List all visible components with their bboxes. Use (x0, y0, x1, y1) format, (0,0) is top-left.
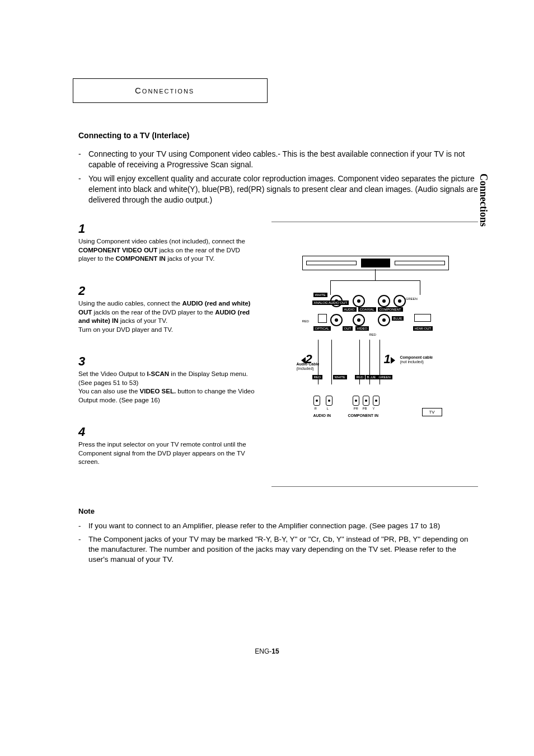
step-1: 1 Using Component video cables (not incl… (78, 222, 255, 264)
diagram-column: WHITE ANALOG AUDIO OUT AUDIO COAXIAL COM… (271, 222, 478, 486)
step-number: 4 (78, 425, 255, 439)
dash-icon: - (78, 534, 88, 565)
audio-jack (330, 314, 343, 326)
step-bold: VIDEO SEL. (140, 388, 176, 395)
cable-line (380, 340, 380, 384)
columns: 1 Using Component video cables (not incl… (78, 222, 478, 486)
step-number: 1 (78, 222, 255, 236)
step-bold: COMPONENT VIDEO OUT (78, 247, 157, 253)
step-bold: I-SCAN (147, 370, 170, 377)
section-header-box: Connections (73, 78, 268, 103)
step-text: You can also use the (78, 388, 140, 395)
dvd-player-front (302, 256, 449, 270)
step-text: Using Component video cables (not includ… (78, 238, 245, 245)
intro-item: - You will enjoy excellent quality and a… (78, 173, 478, 205)
step-body: Using Component video cables (not includ… (78, 237, 255, 264)
page-num-value: 15 (271, 647, 279, 655)
optical-port (318, 314, 327, 323)
intro-text: Connecting to your TV using Component vi… (88, 149, 478, 170)
dash-icon: - (78, 521, 88, 531)
component-jack (378, 314, 390, 326)
note-heading: Note (78, 507, 478, 515)
page-number: ENG-15 (0, 647, 534, 655)
step-4: 4 Press the input selector on your TV re… (78, 425, 255, 467)
note-item: - If you want to connect to an Amplifier… (78, 521, 478, 531)
step-body: Press the input selector on your TV remo… (78, 440, 255, 467)
step-number: 3 (78, 354, 255, 369)
intro-text: You will enjoy excellent quality and acc… (88, 173, 478, 205)
cable-line (369, 340, 370, 384)
step-text: jackls on the rear of the DVD player to … (92, 309, 215, 316)
component-jack (394, 295, 406, 307)
coaxial-label: COAXIAL (358, 307, 376, 312)
section-header: Connections (135, 86, 194, 95)
optical-label: OPTICAL (313, 326, 331, 331)
tv-r-label: R (315, 407, 317, 410)
step-number: 2 (78, 284, 255, 298)
step-3: 3 Set the Video Output to I-SCAN in the … (78, 354, 255, 405)
blue-label: BLUE (366, 375, 378, 379)
out-label: OUT (343, 326, 353, 331)
audio-cable-label: Audio Cable(Included) (297, 362, 320, 370)
tv-audio-jack (313, 396, 320, 406)
step-2: 2 Using the audio cables, connect the AU… (78, 284, 255, 334)
note-text: The Component jacks of your TV may be ma… (88, 534, 478, 565)
subtitle: Connecting to a TV (Interlace) (78, 131, 478, 140)
tv-component-jack (363, 396, 369, 406)
step-body: Using the audio cables, connect the AUDI… (78, 299, 255, 334)
connection-diagram: WHITE ANALOG AUDIO OUT AUDIO COAXIAL COM… (297, 256, 453, 429)
connector-line (420, 280, 420, 295)
diagram-arrow-1: 1 (384, 352, 395, 367)
tv-component-jack (353, 396, 359, 406)
cable-line (318, 340, 318, 384)
connector-line (375, 269, 376, 280)
note-list: - If you want to connect to an Amplifier… (78, 521, 478, 565)
component-cable-label: Component cable(not included) (400, 355, 433, 364)
tv-audio-jack (326, 396, 332, 406)
red-label: RED (369, 333, 377, 336)
hdmi-port (414, 314, 431, 322)
step-bold: COMPONENT IN (115, 255, 165, 262)
component-label: COMPONENT (378, 307, 403, 312)
tv-y-label: Y (373, 407, 375, 410)
component-jack (378, 295, 390, 307)
tv-component-in-label: COMPONENT IN (348, 414, 378, 417)
tv-component-jack (373, 396, 380, 406)
white-label: WHITE (313, 293, 327, 297)
note-text: If you want to connect to an Amplifier, … (88, 521, 478, 531)
step-text: jacks of your TV. (166, 255, 215, 262)
intro-item: - Connecting to your TV using Component … (78, 149, 478, 170)
tv-pb-label: PB (363, 407, 367, 410)
tv-audio-in-label: AUDIO IN (313, 414, 331, 417)
video-label: VIDEO (355, 326, 369, 331)
dvd-player-rear: WHITE ANALOG AUDIO OUT AUDIO COAXIAL COM… (302, 295, 448, 340)
red-label: RED (355, 375, 366, 379)
connector-line (330, 280, 331, 295)
note-item: - The Component jacks of your TV may be … (78, 534, 478, 565)
step-text: Set the Video Output to (78, 370, 147, 377)
steps-column: 1 Using Component video cables (not incl… (78, 222, 255, 486)
side-tab: Connections (477, 173, 489, 227)
step-body: Set the Video Output to I-SCAN in the Di… (78, 370, 255, 405)
green-label: GREEN (406, 297, 418, 300)
audio-label: AUDIO (343, 307, 357, 312)
cable-line (359, 340, 360, 384)
analog-audio-label: ANALOG AUDIO OUT (312, 300, 349, 305)
intro-list: - Connecting to your TV using Component … (78, 149, 478, 205)
cable-line (331, 340, 332, 384)
white-label: WHITE (333, 375, 347, 379)
coaxial-jack (353, 295, 365, 307)
dash-icon: - (78, 149, 88, 170)
page-prefix: ENG- (255, 647, 271, 655)
tv-l-label: L (327, 407, 329, 410)
tv-pr-label: PR (354, 407, 358, 410)
video-jack (353, 314, 365, 326)
dash-icon: - (78, 173, 88, 205)
tv-inputs: R L PR PB Y AUDIO IN COMPONENT IN TV (313, 396, 437, 429)
step-text: jacks of your TV. (119, 317, 168, 324)
red-label: RED (302, 320, 310, 323)
hdmi-label: HDMI OUT (413, 326, 433, 331)
connector-line (330, 280, 420, 281)
blue-label: BLUE (392, 316, 404, 321)
step-text: Using the audio cables, connect the (78, 300, 182, 307)
